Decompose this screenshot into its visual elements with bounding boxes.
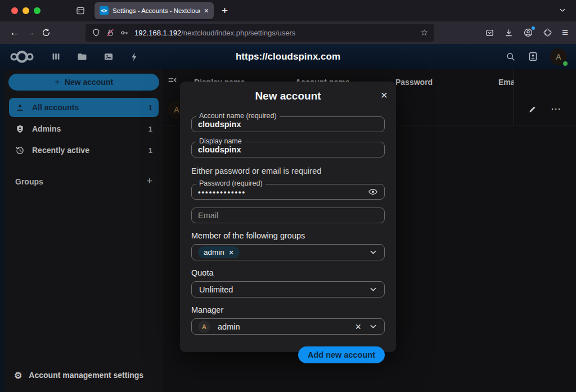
sidebar-item-label: Recently active: [32, 146, 89, 155]
insecure-lock-icon[interactable]: [106, 28, 115, 37]
contacts-icon[interactable]: [528, 51, 538, 62]
url-bar[interactable]: 192.168.1.192/nextcloud/index.php/settin…: [86, 24, 434, 42]
remove-group-icon[interactable]: ×: [229, 248, 234, 256]
sidebar-item-label: All accounts: [32, 103, 79, 112]
browser-tab-strip: Settings - Accounts - Nextcloud × +: [0, 0, 576, 21]
tab-close-button[interactable]: ×: [204, 7, 209, 15]
firefox-view-icon[interactable]: [75, 6, 86, 16]
password-value: •••••••••••••: [198, 188, 246, 196]
window-close-button[interactable]: [11, 7, 18, 14]
key-icon[interactable]: [120, 28, 129, 38]
plus-icon: +: [55, 76, 60, 88]
user-avatar[interactable]: A: [550, 48, 567, 65]
row-actions: ···: [528, 104, 561, 114]
url-host: 192.168.1.192: [134, 29, 181, 37]
account-name-field[interactable]: Account name (required) cloudspinx: [191, 116, 385, 132]
item-count-badge: 1: [148, 125, 152, 133]
new-tab-button[interactable]: +: [222, 4, 228, 17]
manager-field-label: Manager: [191, 305, 385, 314]
column-header-password[interactable]: Password: [395, 78, 433, 87]
toolbar-action-icons: ≡: [485, 26, 569, 39]
pocket-icon[interactable]: [485, 28, 494, 38]
clear-manager-icon[interactable]: ×: [355, 322, 361, 332]
item-count-badge: 1: [148, 146, 152, 155]
url-path: /nextcloud/index.php/settings/users: [181, 29, 295, 37]
password-label: Password (required): [196, 179, 266, 187]
chevron-down-icon[interactable]: [368, 322, 378, 331]
app-menu: [51, 51, 140, 62]
extensions-puzzle-icon[interactable]: [543, 28, 552, 38]
browser-toolbar: ← → 192.168.1.192/nextcloud/index.php/se…: [0, 21, 576, 44]
window-zoom-button[interactable]: [34, 7, 40, 14]
modal-footer: Add new account: [191, 346, 385, 363]
browser-tab[interactable]: Settings - Accounts - Nextcloud ×: [94, 2, 214, 19]
new-account-modal: New account × Account name (required) cl…: [180, 82, 396, 352]
display-name-value: cloudspinx: [198, 145, 241, 154]
chevron-down-icon[interactable]: [368, 247, 378, 257]
manager-value: admin: [217, 322, 240, 331]
download-icon[interactable]: [504, 28, 514, 38]
reload-button[interactable]: [38, 25, 54, 40]
quota-value: Unlimited: [198, 285, 233, 294]
sidebar-nav-list: All accounts 1 Admins 1 Recently active …: [4, 98, 163, 162]
url-text[interactable]: 192.168.1.192/nextcloud/index.php/settin…: [134, 29, 295, 37]
photos-icon[interactable]: [103, 51, 114, 62]
menu-hamburger-icon[interactable]: ≡: [562, 26, 568, 39]
search-icon[interactable]: [505, 51, 516, 62]
groups-section-header: Groups +: [15, 175, 152, 187]
chevron-down-icon[interactable]: [368, 285, 378, 294]
new-account-button-label: New account: [65, 78, 113, 87]
modal-close-icon[interactable]: ×: [381, 89, 388, 101]
display-name-label: Display name: [196, 137, 245, 145]
item-count-badge: 1: [148, 103, 152, 112]
person-icon: [15, 103, 25, 112]
groups-label: Groups: [15, 177, 43, 186]
back-button[interactable]: ←: [7, 25, 22, 40]
sidebar-item-recently-active[interactable]: Recently active 1: [9, 141, 159, 160]
groups-select[interactable]: admin ×: [191, 244, 385, 260]
account-management-settings-button[interactable]: ⚙ Account management settings: [4, 364, 163, 386]
sidebar-item-all-accounts[interactable]: All accounts 1: [9, 98, 159, 117]
show-password-eye-icon[interactable]: [368, 187, 378, 197]
accounts-sidebar: + New account All accounts 1 Admins 1: [4, 69, 163, 392]
modal-title: New account: [191, 90, 385, 102]
header-right-actions: A: [505, 48, 567, 65]
more-actions-icon[interactable]: ···: [551, 104, 561, 114]
tab-list-chevron-icon[interactable]: [558, 6, 567, 15]
groups-field-label: Member of the following groups: [191, 231, 385, 240]
nextcloud-logo[interactable]: [9, 49, 35, 65]
edit-pencil-icon[interactable]: [528, 105, 537, 114]
password-email-note: Either password or email is required: [191, 166, 385, 175]
gear-icon: ⚙: [14, 370, 22, 381]
files-folder-icon[interactable]: [76, 51, 88, 62]
shield-icon[interactable]: [92, 28, 101, 37]
dashboard-icon[interactable]: [51, 51, 61, 62]
email-input[interactable]: [198, 211, 378, 220]
add-new-account-button[interactable]: Add new account: [298, 346, 385, 363]
account-notification-badge: [532, 26, 535, 30]
activity-lightning-icon[interactable]: [129, 52, 140, 62]
group-chip-admin[interactable]: admin ×: [198, 246, 240, 258]
window-minimize-button[interactable]: [22, 7, 29, 14]
manager-avatar: A: [198, 321, 210, 333]
add-group-button[interactable]: +: [146, 175, 152, 187]
column-header-email[interactable]: Email: [498, 78, 514, 87]
new-account-button[interactable]: + New account: [8, 74, 159, 91]
nextcloud-header: https://cloudspinx.com A: [0, 44, 576, 69]
online-status-dot: [562, 60, 569, 67]
bookmark-star-icon[interactable]: ☆: [421, 28, 428, 38]
nextcloud-favicon: [100, 6, 109, 15]
sort-toggle-icon[interactable]: [168, 75, 178, 85]
account-name-value: cloudspinx: [198, 120, 241, 129]
display-name-field[interactable]: Display name cloudspinx: [191, 142, 385, 157]
group-chip-label: admin: [204, 248, 224, 256]
email-field[interactable]: [191, 208, 385, 223]
forward-button[interactable]: →: [22, 25, 38, 40]
account-name-label: Account name (required): [196, 112, 280, 120]
history-icon: [15, 146, 25, 155]
firefox-account-icon[interactable]: [523, 28, 533, 38]
quota-select[interactable]: Unlimited: [191, 281, 385, 298]
sidebar-item-admins[interactable]: Admins 1: [9, 119, 159, 138]
password-field[interactable]: Password (required) •••••••••••••: [191, 184, 385, 200]
manager-select[interactable]: A admin ×: [191, 318, 385, 335]
